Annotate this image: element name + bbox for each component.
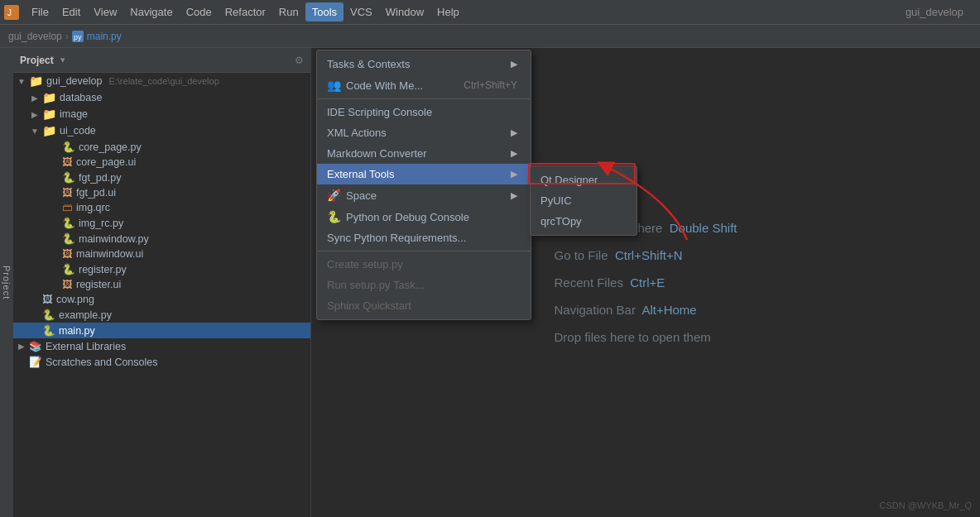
python-icon: 🐍 (327, 210, 341, 223)
tree-item-img-rc-py[interactable]: 🐍 img_rc.py (13, 215, 310, 231)
tree-item-mainwindow-ui[interactable]: 🖼 mainwindow.ui (13, 247, 310, 261)
menu-sep-2 (317, 251, 531, 251)
menu-code[interactable]: Code (180, 2, 219, 22)
tree-item-external-libraries[interactable]: ▶ 📚 External Libraries (13, 338, 310, 354)
menu-item-space[interactable]: 🚀 Space ▶ (317, 184, 531, 206)
menu-item-run-setup: Run setup.py Task... (317, 275, 531, 295)
tree-item-main-py[interactable]: 🐍 main.py (13, 323, 310, 338)
tree-item-core-page-py[interactable]: 🐍 core_page.py (13, 139, 310, 155)
menu-window[interactable]: Window (379, 2, 430, 22)
side-panel-label[interactable]: Project (0, 48, 13, 517)
tree-item-img-qrc[interactable]: 🗃 img.qrc (13, 200, 310, 215)
tree-item-mainwindow-py[interactable]: 🐍 mainwindow.py (13, 231, 310, 247)
menu-item-qrctopy[interactable]: qrcTOpy (531, 211, 637, 232)
submenu-arrow-md: ▶ (511, 148, 517, 159)
svg-text:py: py (74, 33, 82, 41)
menu-item-python-console[interactable]: 🐍 Python or Debug Console (317, 206, 531, 227)
menu-help[interactable]: Help (430, 2, 466, 22)
submenu-arrow-ext: ▶ (511, 169, 517, 180)
tree-item-cow-png[interactable]: 🖼 cow.png (13, 292, 310, 307)
tree-item-gui-develop[interactable]: ▼ 📁 gui_develop E:\relate_code\gui_devel… (13, 73, 310, 89)
shortcut-recent-files: Recent Files Ctrl+E (555, 269, 737, 296)
tree-item-core-page-ui[interactable]: 🖼 core_page.ui (13, 155, 310, 170)
menu-item-markdown[interactable]: Markdown Converter ▶ (317, 143, 531, 164)
menu-item-external-tools[interactable]: External Tools ▶ (317, 164, 531, 184)
expand-icon: ▼ (17, 77, 26, 86)
svg-rect-0 (4, 5, 19, 20)
tree-item-register-py[interactable]: 🐍 register.py (13, 261, 310, 277)
menu-item-create-setup: Create setup.py (317, 254, 531, 275)
tree-item-register-ui[interactable]: 🖼 register.ui (13, 277, 310, 292)
menu-tools[interactable]: Tools (305, 2, 343, 22)
menu-item-tasks[interactable]: Tasks & Contexts ▶ (317, 54, 531, 74)
tools-menu[interactable]: Tasks & Contexts ▶ 👥 Code With Me... Ctr… (316, 50, 531, 320)
project-sidebar: Project ▾ ⚙ ▼ 📁 gui_develop E:\relate_co… (13, 48, 311, 517)
submenu-arrow-space: ▶ (511, 190, 517, 201)
menu-item-code-with-me[interactable]: 👥 Code With Me... Ctrl+Shift+Y (317, 74, 531, 96)
tree-item-database[interactable]: ▶ 📁 database (13, 89, 310, 106)
svg-text:J: J (7, 8, 12, 17)
code-with-me-icon: 👥 (327, 79, 341, 92)
tree-item-ui-code[interactable]: ▼ 📁 ui_code (13, 122, 310, 139)
menu-refactor[interactable]: Refactor (219, 2, 272, 22)
breadcrumb: gui_develop › py main.py (0, 25, 980, 48)
shortcut-goto-file: Go to File Ctrl+Shift+N (555, 242, 737, 269)
menu-item-sync-python[interactable]: Sync Python Requirements... (317, 227, 531, 248)
submenu-arrow-xml: ▶ (511, 127, 517, 138)
menu-item-xml-actions[interactable]: XML Actions ▶ (317, 122, 531, 143)
submenu-arrow: ▶ (511, 59, 517, 69)
menu-sep-1 (317, 98, 531, 99)
breadcrumb-separator: › (65, 31, 69, 42)
menu-vcs[interactable]: VCS (343, 2, 379, 22)
menu-item-ide-scripting[interactable]: IDE Scripting Console (317, 102, 531, 122)
shortcut-drop-files: Drop files here to open them (555, 323, 737, 351)
breadcrumb-file[interactable]: main.py (87, 31, 122, 42)
menubar: J File Edit View Navigate Code Refactor … (0, 0, 980, 25)
menu-file[interactable]: File (25, 2, 55, 22)
space-icon: 🚀 (327, 189, 341, 202)
external-tools-submenu[interactable]: Qt Designer PyUIC qrcTOpy (530, 165, 637, 236)
sidebar-header: Project ▾ ⚙ (13, 48, 310, 73)
menu-item-qt-designer[interactable]: Qt Designer (531, 170, 637, 190)
menu-navigate[interactable]: Navigate (123, 2, 179, 22)
menu-item-pyuic[interactable]: PyUIC (531, 190, 637, 211)
menu-edit[interactable]: Edit (55, 2, 87, 22)
menu-run[interactable]: Run (272, 2, 305, 22)
sidebar-gear-icon[interactable]: ⚙ (295, 55, 304, 66)
menu-item-sphinx: Sphinx Quickstart (317, 295, 531, 316)
menu-view[interactable]: View (87, 2, 123, 22)
tree-item-scratches[interactable]: 📝 Scratches and Consoles (13, 354, 310, 370)
tree-item-fgt-pd-ui[interactable]: 🖼 fgt_pd.ui (13, 185, 310, 200)
sidebar-title: Project (20, 55, 54, 66)
tree-item-fgt-pd-py[interactable]: 🐍 fgt_pd.py (13, 170, 310, 185)
tree-item-image[interactable]: ▶ 📁 image (13, 106, 310, 122)
app-logo: J (3, 4, 20, 21)
shortcut-nav-bar: Navigation Bar Alt+Home (555, 296, 737, 323)
breadcrumb-project[interactable]: gui_develop (8, 31, 62, 42)
tree-item-example-py[interactable]: 🐍 example.py (13, 307, 310, 323)
watermark: CSDN @WYKB_Mr_Q (880, 500, 972, 510)
app-title: gui_develop (906, 6, 977, 18)
